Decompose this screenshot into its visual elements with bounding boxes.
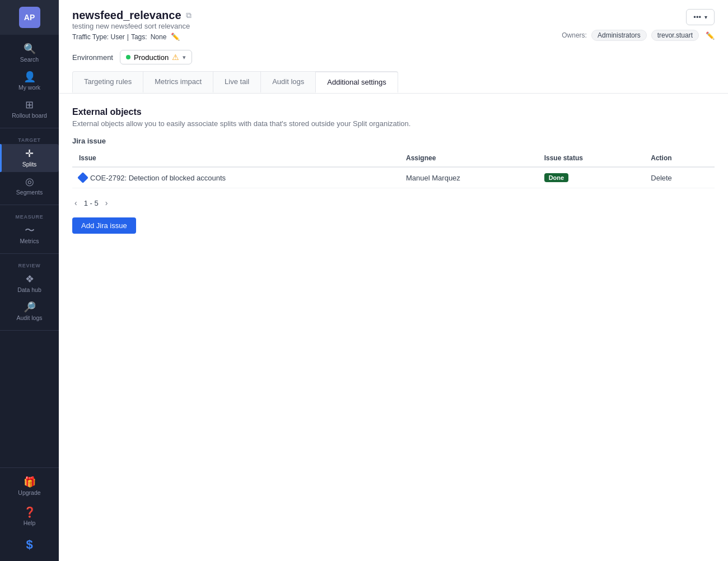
col-action: Action: [644, 150, 715, 167]
section-header-measure: MEASURE: [0, 210, 59, 221]
tags-value: None: [151, 33, 167, 41]
content-area: External objects External objects allow …: [59, 94, 728, 561]
tabs: Targeting rules Metrics impact Live tail…: [72, 71, 715, 93]
table-row: COE-2792: Detection of blocked accounts …: [72, 167, 715, 188]
sidebar-item-data-hub[interactable]: ❖ Data hub: [0, 270, 59, 298]
sidebar-label-segments: Segments: [16, 189, 43, 196]
sidebar-item-segments[interactable]: ◎ Segments: [0, 172, 59, 200]
prev-page-button[interactable]: ‹: [72, 197, 80, 208]
sidebar-item-audit-logs[interactable]: 🔎 Audit logs: [0, 298, 59, 326]
col-issue: Issue: [72, 150, 399, 167]
table-header-row: Issue Assignee Issue status Action: [72, 150, 715, 167]
segments-icon: ◎: [25, 177, 34, 187]
three-dots-label: •••: [693, 13, 701, 21]
sidebar-label-audit-logs: Audit logs: [16, 314, 42, 321]
meta-row: Traffic Type: User | Tags: None ✏️: [72, 33, 192, 41]
help-icon: ❓: [24, 507, 36, 517]
tab-audit-logs[interactable]: Audit logs: [261, 71, 316, 93]
tab-additional-settings[interactable]: Additional settings: [316, 71, 398, 93]
metrics-icon: 〜: [25, 225, 35, 235]
sidebar-label-upgrade: Upgrade: [18, 489, 40, 496]
sidebar-item-my-work[interactable]: 👤 My work: [0, 67, 59, 95]
external-objects-desc: External objects allow you to easily ass…: [72, 119, 715, 128]
my-work-icon: 👤: [24, 72, 36, 82]
dropdown-chevron: ▾: [704, 14, 707, 20]
sidebar-section-measure: MEASURE 〜 Metrics: [0, 205, 59, 254]
traffic-type-label: Traffic Type: User: [72, 33, 125, 41]
cell-status: Done: [538, 167, 645, 188]
next-page-button[interactable]: ›: [103, 197, 110, 208]
main-area: newsfeed_relevance ⧉ testing new newsfee…: [59, 0, 728, 561]
cell-issue: COE-2792: Detection of blocked accounts: [72, 167, 399, 188]
sidebar-item-upgrade[interactable]: 🎁 Upgrade: [0, 472, 59, 500]
jira-issue-link[interactable]: COE-2792: Detection of blocked accounts: [79, 174, 393, 182]
tab-label-metrics-impact: Metrics impact: [155, 77, 202, 86]
environment-label: Environment: [72, 53, 113, 62]
env-value: Production: [134, 53, 169, 62]
environment-select[interactable]: Production ⚠ ▾: [120, 50, 192, 64]
tab-label-live-tail: Live tail: [225, 77, 249, 86]
header: newsfeed_relevance ⧉ testing new newsfee…: [59, 0, 728, 94]
meta-separator: |: [127, 33, 129, 41]
subtitle: testing new newsfeed sort relevance: [72, 22, 192, 30]
sidebar-item-splits[interactable]: ✛ Splits: [0, 144, 59, 172]
three-dots-button[interactable]: ••• ▾: [686, 9, 715, 25]
audit-logs-icon: 🔎: [24, 302, 36, 312]
env-warning-icon: ⚠: [172, 53, 179, 62]
status-badge: Done: [544, 173, 569, 182]
sidebar-bottom: 🎁 Upgrade ❓ Help $: [0, 467, 59, 561]
data-hub-icon: ❖: [25, 274, 34, 284]
app-logo[interactable]: AP: [19, 7, 40, 28]
col-assignee: Assignee: [399, 150, 538, 167]
env-chevron-icon: ▾: [183, 54, 186, 61]
tab-live-tail[interactable]: Live tail: [213, 71, 261, 93]
edit-icon[interactable]: ✏️: [171, 33, 180, 41]
sidebar-label-metrics: Metrics: [20, 238, 39, 244]
page-title: newsfeed_relevance: [72, 9, 181, 22]
brand-icon: $: [26, 537, 32, 552]
jira-table: Issue Assignee Issue status Action COE-2…: [72, 150, 715, 188]
header-right: ••• ▾ Owners: Administrators trevor.stua…: [562, 9, 715, 41]
search-icon: 🔍: [24, 44, 36, 54]
sidebar-label-search: Search: [20, 56, 39, 63]
owners-label: Owners:: [562, 31, 587, 39]
sidebar-label-rollout-board: Rollout board: [12, 112, 46, 119]
sidebar-label-data-hub: Data hub: [17, 286, 41, 293]
sidebar-item-help[interactable]: ❓ Help: [0, 503, 59, 531]
owner-administrators[interactable]: Administrators: [591, 30, 647, 41]
add-jira-issue-button[interactable]: Add Jira issue: [72, 217, 136, 234]
owner-trevor-stuart[interactable]: trevor.stuart: [651, 30, 699, 41]
header-left: newsfeed_relevance ⧉ testing new newsfee…: [72, 9, 192, 48]
sidebar-item-search[interactable]: 🔍 Search: [0, 39, 59, 67]
sidebar: AP 🔍 Search 👤 My work ⊞ Rollout board TA…: [0, 0, 59, 561]
header-top: newsfeed_relevance ⧉ testing new newsfee…: [72, 9, 715, 48]
external-objects-title: External objects: [72, 107, 715, 117]
title-row: newsfeed_relevance ⧉: [72, 9, 192, 22]
sidebar-label-splits: Splits: [22, 161, 37, 168]
upgrade-icon: 🎁: [24, 477, 36, 487]
sidebar-section-review: REVIEW ❖ Data hub 🔎 Audit logs: [0, 254, 59, 331]
col-issue-status: Issue status: [538, 150, 645, 167]
active-indicator: [0, 144, 2, 172]
cell-assignee: Manuel Marquez: [399, 167, 538, 188]
sidebar-item-brand[interactable]: $: [0, 533, 59, 557]
sidebar-item-rollout-board[interactable]: ⊞ Rollout board: [0, 95, 59, 123]
copy-icon[interactable]: ⧉: [186, 11, 192, 20]
section-header-target: TARGET: [0, 133, 59, 144]
tab-label-audit-logs: Audit logs: [272, 77, 304, 86]
sidebar-label-my-work: My work: [18, 84, 40, 91]
rollout-board-icon: ⊞: [25, 100, 34, 110]
page-range: 1 - 5: [84, 199, 99, 207]
sidebar-section-target: TARGET ✛ Splits ◎ Segments: [0, 128, 59, 205]
section-header-review: REVIEW: [0, 258, 59, 270]
delete-button[interactable]: Delete: [651, 174, 672, 182]
jira-section-label: Jira issue: [72, 137, 715, 145]
sidebar-logo-area: AP: [0, 0, 59, 35]
env-status-dot: [126, 55, 130, 59]
tab-metrics-impact[interactable]: Metrics impact: [143, 71, 213, 93]
owners-edit-icon[interactable]: ✏️: [706, 31, 715, 40]
pagination: ‹ 1 - 5 ›: [72, 197, 715, 208]
sidebar-item-metrics[interactable]: 〜 Metrics: [0, 221, 59, 249]
tab-targeting-rules[interactable]: Targeting rules: [72, 71, 143, 93]
environment-row: Environment Production ⚠ ▾: [72, 50, 715, 64]
